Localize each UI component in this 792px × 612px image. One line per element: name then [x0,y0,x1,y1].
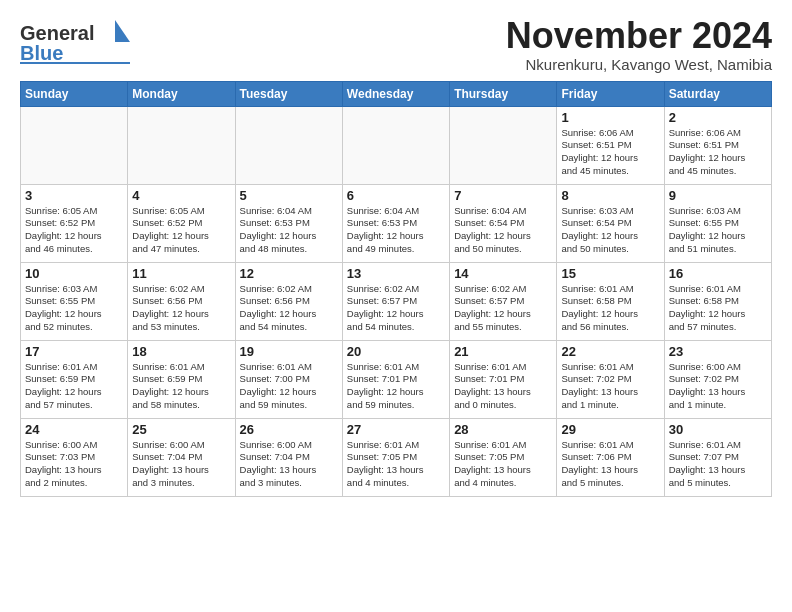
col-thursday: Thursday [450,81,557,106]
day-number: 16 [669,266,767,281]
calendar-cell-1-3: 6Sunrise: 6:04 AMSunset: 6:53 PMDaylight… [342,184,449,262]
day-number: 6 [347,188,445,203]
day-number: 29 [561,422,659,437]
day-number: 4 [132,188,230,203]
day-number: 17 [25,344,123,359]
day-number: 24 [25,422,123,437]
day-number: 21 [454,344,552,359]
calendar-cell-3-0: 17Sunrise: 6:01 AMSunset: 6:59 PMDayligh… [21,340,128,418]
calendar-cell-0-5: 1Sunrise: 6:06 AMSunset: 6:51 PMDaylight… [557,106,664,184]
calendar-cell-4-2: 26Sunrise: 6:00 AMSunset: 7:04 PMDayligh… [235,418,342,496]
day-number: 20 [347,344,445,359]
calendar-cell-4-4: 28Sunrise: 6:01 AMSunset: 7:05 PMDayligh… [450,418,557,496]
title-block: November 2024 Nkurenkuru, Kavango West, … [506,16,772,73]
day-info: Sunrise: 6:05 AMSunset: 6:52 PMDaylight:… [132,205,230,256]
location: Nkurenkuru, Kavango West, Namibia [506,56,772,73]
calendar-week-4: 24Sunrise: 6:00 AMSunset: 7:03 PMDayligh… [21,418,772,496]
logo-row: General Blue [20,20,130,64]
calendar-cell-4-6: 30Sunrise: 6:01 AMSunset: 7:07 PMDayligh… [664,418,771,496]
calendar-week-2: 10Sunrise: 6:03 AMSunset: 6:55 PMDayligh… [21,262,772,340]
col-saturday: Saturday [664,81,771,106]
logo: General Blue [20,16,130,64]
calendar-cell-0-0 [21,106,128,184]
logo-svg: General Blue [20,20,130,64]
calendar-cell-3-1: 18Sunrise: 6:01 AMSunset: 6:59 PMDayligh… [128,340,235,418]
day-number: 19 [240,344,338,359]
calendar-cell-3-6: 23Sunrise: 6:00 AMSunset: 7:02 PMDayligh… [664,340,771,418]
day-info: Sunrise: 6:06 AMSunset: 6:51 PMDaylight:… [669,127,767,178]
col-friday: Friday [557,81,664,106]
day-info: Sunrise: 6:01 AMSunset: 7:05 PMDaylight:… [347,439,445,490]
svg-rect-3 [20,62,130,64]
calendar-cell-1-5: 8Sunrise: 6:03 AMSunset: 6:54 PMDaylight… [557,184,664,262]
day-number: 3 [25,188,123,203]
calendar-cell-2-5: 15Sunrise: 6:01 AMSunset: 6:58 PMDayligh… [557,262,664,340]
day-info: Sunrise: 6:00 AMSunset: 7:04 PMDaylight:… [240,439,338,490]
day-info: Sunrise: 6:00 AMSunset: 7:03 PMDaylight:… [25,439,123,490]
calendar-cell-3-3: 20Sunrise: 6:01 AMSunset: 7:01 PMDayligh… [342,340,449,418]
calendar-cell-3-4: 21Sunrise: 6:01 AMSunset: 7:01 PMDayligh… [450,340,557,418]
calendar-cell-2-1: 11Sunrise: 6:02 AMSunset: 6:56 PMDayligh… [128,262,235,340]
svg-text:General: General [20,22,94,44]
day-info: Sunrise: 6:04 AMSunset: 6:54 PMDaylight:… [454,205,552,256]
calendar-cell-1-2: 5Sunrise: 6:04 AMSunset: 6:53 PMDaylight… [235,184,342,262]
calendar-cell-0-6: 2Sunrise: 6:06 AMSunset: 6:51 PMDaylight… [664,106,771,184]
calendar-cell-0-3 [342,106,449,184]
day-info: Sunrise: 6:02 AMSunset: 6:57 PMDaylight:… [454,283,552,334]
day-info: Sunrise: 6:01 AMSunset: 7:06 PMDaylight:… [561,439,659,490]
day-info: Sunrise: 6:02 AMSunset: 6:56 PMDaylight:… [132,283,230,334]
day-info: Sunrise: 6:01 AMSunset: 7:02 PMDaylight:… [561,361,659,412]
day-number: 27 [347,422,445,437]
day-info: Sunrise: 6:02 AMSunset: 6:56 PMDaylight:… [240,283,338,334]
day-number: 12 [240,266,338,281]
day-info: Sunrise: 6:01 AMSunset: 7:00 PMDaylight:… [240,361,338,412]
calendar-cell-0-1 [128,106,235,184]
day-number: 2 [669,110,767,125]
calendar-cell-1-6: 9Sunrise: 6:03 AMSunset: 6:55 PMDaylight… [664,184,771,262]
col-tuesday: Tuesday [235,81,342,106]
logo-container: General Blue [20,20,130,64]
day-number: 7 [454,188,552,203]
day-info: Sunrise: 6:01 AMSunset: 6:58 PMDaylight:… [561,283,659,334]
day-number: 9 [669,188,767,203]
day-info: Sunrise: 6:01 AMSunset: 7:07 PMDaylight:… [669,439,767,490]
day-number: 11 [132,266,230,281]
day-number: 25 [132,422,230,437]
day-number: 30 [669,422,767,437]
day-number: 23 [669,344,767,359]
day-info: Sunrise: 6:02 AMSunset: 6:57 PMDaylight:… [347,283,445,334]
day-number: 28 [454,422,552,437]
calendar-week-1: 3Sunrise: 6:05 AMSunset: 6:52 PMDaylight… [21,184,772,262]
calendar-cell-2-2: 12Sunrise: 6:02 AMSunset: 6:56 PMDayligh… [235,262,342,340]
header: General Blue November 2024 Nkurenkuru, K… [20,16,772,73]
day-number: 18 [132,344,230,359]
calendar-cell-4-1: 25Sunrise: 6:00 AMSunset: 7:04 PMDayligh… [128,418,235,496]
calendar-cell-0-2 [235,106,342,184]
day-number: 13 [347,266,445,281]
calendar-header-row: Sunday Monday Tuesday Wednesday Thursday… [21,81,772,106]
svg-marker-1 [115,20,130,42]
calendar-cell-4-3: 27Sunrise: 6:01 AMSunset: 7:05 PMDayligh… [342,418,449,496]
day-info: Sunrise: 6:01 AMSunset: 6:59 PMDaylight:… [25,361,123,412]
day-number: 14 [454,266,552,281]
col-monday: Monday [128,81,235,106]
month-title: November 2024 [506,16,772,56]
day-info: Sunrise: 6:03 AMSunset: 6:54 PMDaylight:… [561,205,659,256]
day-info: Sunrise: 6:00 AMSunset: 7:04 PMDaylight:… [132,439,230,490]
day-info: Sunrise: 6:01 AMSunset: 7:05 PMDaylight:… [454,439,552,490]
calendar: Sunday Monday Tuesday Wednesday Thursday… [20,81,772,497]
day-info: Sunrise: 6:01 AMSunset: 7:01 PMDaylight:… [347,361,445,412]
calendar-week-3: 17Sunrise: 6:01 AMSunset: 6:59 PMDayligh… [21,340,772,418]
day-info: Sunrise: 6:03 AMSunset: 6:55 PMDaylight:… [669,205,767,256]
calendar-cell-2-4: 14Sunrise: 6:02 AMSunset: 6:57 PMDayligh… [450,262,557,340]
day-info: Sunrise: 6:01 AMSunset: 7:01 PMDaylight:… [454,361,552,412]
calendar-cell-1-4: 7Sunrise: 6:04 AMSunset: 6:54 PMDaylight… [450,184,557,262]
day-info: Sunrise: 6:04 AMSunset: 6:53 PMDaylight:… [240,205,338,256]
day-info: Sunrise: 6:05 AMSunset: 6:52 PMDaylight:… [25,205,123,256]
day-number: 5 [240,188,338,203]
day-info: Sunrise: 6:00 AMSunset: 7:02 PMDaylight:… [669,361,767,412]
calendar-cell-4-0: 24Sunrise: 6:00 AMSunset: 7:03 PMDayligh… [21,418,128,496]
svg-text:Blue: Blue [20,42,63,64]
calendar-cell-2-0: 10Sunrise: 6:03 AMSunset: 6:55 PMDayligh… [21,262,128,340]
day-number: 26 [240,422,338,437]
